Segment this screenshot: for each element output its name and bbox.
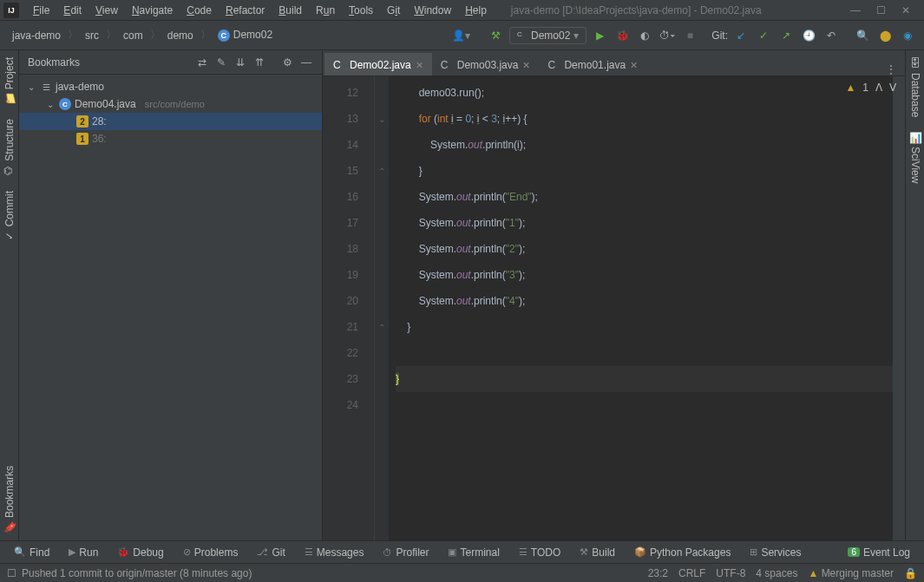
menu-edit[interactable]: Edit: [56, 3, 88, 18]
add-config-icon[interactable]: 👤▾: [452, 26, 471, 45]
services-tool[interactable]: ⊞Services: [743, 545, 808, 560]
menu-code[interactable]: Code: [180, 3, 219, 18]
git-label: Git:: [711, 29, 728, 42]
menu-window[interactable]: Window: [407, 3, 458, 18]
tab-demo01[interactable]: C Demo01.java ✕: [539, 53, 646, 75]
debug-tool[interactable]: 🐞Debug: [110, 545, 170, 560]
mnemonic-badge: 2: [76, 115, 88, 128]
crumb-src[interactable]: src: [80, 28, 104, 43]
next-highlight-icon[interactable]: ᐯ: [889, 82, 896, 94]
tab-demo02[interactable]: C Demo02.java ✕: [324, 53, 432, 75]
build-hammer-icon[interactable]: ⚒: [487, 26, 506, 45]
crumb-project[interactable]: java-demo: [7, 28, 66, 43]
close-icon[interactable]: ✕: [630, 60, 638, 71]
profiler-tool[interactable]: ⏱Profiler: [376, 545, 436, 560]
run-button[interactable]: ▶: [590, 26, 609, 45]
commit-tool-tab[interactable]: ✓Commit: [2, 184, 17, 249]
fold-gutter[interactable]: ⌄ ⌃ ⌃: [375, 76, 389, 540]
code-content[interactable]: demo03.run(); for (int i = 0; i < 3; i++…: [389, 76, 893, 540]
crumb-demo[interactable]: demo: [162, 28, 199, 43]
inspection-widget[interactable]: ▲ 1 ᐱ ᐯ: [845, 82, 896, 94]
panel-edit-icon[interactable]: ✎: [214, 56, 228, 69]
git-rollback-icon[interactable]: ↶: [822, 26, 841, 45]
todo-tool[interactable]: ☰TODO: [512, 545, 567, 560]
editor-body[interactable]: ▲ 1 ᐱ ᐯ 121314 151617 181920 212223 24 ⌄…: [323, 76, 905, 540]
tree-root[interactable]: ⌄ ☰ java-demo: [19, 78, 322, 95]
coverage-button[interactable]: ◐: [635, 26, 654, 45]
lock-icon[interactable]: 🔒: [904, 567, 917, 579]
terminal-tool[interactable]: ▣Terminal: [441, 545, 506, 560]
menu-help[interactable]: Help: [458, 3, 494, 18]
bookmark-item-2[interactable]: 1 36:: [19, 130, 322, 147]
prev-highlight-icon[interactable]: ᐱ: [875, 82, 882, 94]
bookmark-item-1[interactable]: 2 28:: [19, 113, 322, 130]
crumb-com[interactable]: com: [118, 28, 148, 43]
stop-button[interactable]: ■: [680, 26, 699, 45]
ide-settings-icon[interactable]: ⬤: [875, 26, 895, 45]
right-tool-stripe: 🗄Database 📊SciView: [905, 50, 924, 540]
panel-hide-icon[interactable]: —: [299, 56, 313, 69]
file-encoding[interactable]: UTF-8: [716, 567, 745, 579]
git-update-icon[interactable]: ↙: [731, 26, 750, 45]
tree-file[interactable]: ⌄ C Demo04.java src/com/demo: [19, 95, 322, 113]
tabs-more-icon[interactable]: ⋮: [877, 63, 905, 75]
panel-expand-icon[interactable]: ⇊: [233, 56, 247, 69]
line-separator[interactable]: CRLF: [678, 567, 705, 579]
menu-build[interactable]: Build: [272, 3, 309, 18]
code-with-me-icon[interactable]: ◉: [898, 26, 917, 45]
tab-demo03[interactable]: C Demo03.java ✕: [432, 53, 540, 75]
indent-setting[interactable]: 4 spaces: [756, 567, 797, 579]
list-icon: ☰: [40, 81, 52, 93]
menu-navigate[interactable]: Navigate: [125, 3, 180, 18]
python-packages-tool[interactable]: 📦Python Packages: [627, 545, 737, 560]
git-history-icon[interactable]: 🕘: [799, 26, 818, 45]
git-branch-widget[interactable]: ▲ Merging master: [808, 567, 894, 579]
project-tool-tab[interactable]: 📁Project: [2, 50, 17, 112]
crumb-class[interactable]: CDemo02: [213, 27, 278, 43]
caret-position[interactable]: 23:2: [648, 567, 668, 579]
sciview-tool-tab[interactable]: 📊SciView: [908, 124, 923, 190]
problems-tool[interactable]: ⊘Problems: [176, 545, 246, 560]
search-everywhere-icon[interactable]: 🔍: [853, 26, 872, 45]
toggle-tool-windows-icon[interactable]: ☐: [7, 567, 16, 579]
fold-end-icon[interactable]: ⌃: [375, 314, 389, 340]
editor-scrollbar[interactable]: [893, 76, 905, 540]
bottom-tool-bar: 🔍Find ▶Run 🐞Debug ⊘Problems ⎇Git ☰Messag…: [0, 540, 924, 563]
run-tool[interactable]: ▶Run: [62, 545, 105, 560]
bookmarks-tree: ⌄ ☰ java-demo ⌄ C Demo04.java src/com/de…: [19, 75, 322, 151]
maximize-button[interactable]: ☐: [876, 4, 886, 16]
panel-settings-icon[interactable]: ⚙: [280, 56, 294, 69]
close-icon[interactable]: ✕: [522, 60, 530, 71]
menu-tools[interactable]: Tools: [342, 3, 380, 18]
git-commit-icon[interactable]: ✓: [754, 26, 773, 45]
status-bar: ☐ Pushed 1 commit to origin/master (8 mi…: [0, 563, 924, 582]
fold-end-icon[interactable]: ⌃: [375, 158, 389, 184]
git-tool[interactable]: ⎇Git: [250, 545, 292, 560]
profile-button[interactable]: ⏱▾: [658, 26, 677, 45]
minimize-button[interactable]: —: [850, 4, 861, 16]
git-push-icon[interactable]: ↗: [777, 26, 796, 45]
menu-refactor[interactable]: Refactor: [219, 3, 272, 18]
menu-run[interactable]: Run: [309, 3, 342, 18]
run-config-selector[interactable]: C Demo02 ▾: [509, 27, 587, 44]
breadcrumb: java-demo〉 src〉 com〉 demo〉 CDemo02: [0, 27, 285, 43]
menu-file[interactable]: File: [26, 3, 56, 18]
debug-button[interactable]: 🐞: [613, 26, 632, 45]
close-icon[interactable]: ✕: [416, 60, 423, 71]
find-tool[interactable]: 🔍Find: [7, 545, 56, 560]
menu-git[interactable]: Git: [380, 3, 407, 18]
database-tool-tab[interactable]: 🗄Database: [908, 50, 923, 124]
panel-filter-icon[interactable]: ⇄: [195, 56, 209, 69]
structure-tool-tab[interactable]: ⌬Structure: [2, 112, 17, 184]
mnemonic-badge: 1: [76, 133, 88, 145]
event-log-tool[interactable]: 6Event Log: [841, 545, 917, 560]
panel-collapse-icon[interactable]: ⇈: [252, 56, 266, 69]
build-tool[interactable]: ⚒Build: [573, 545, 622, 560]
messages-tool[interactable]: ☰Messages: [298, 545, 371, 560]
line-number-gutter[interactable]: 121314 151617 181920 212223 24: [323, 76, 375, 540]
bookmarks-tool-tab[interactable]: 🔖Bookmarks: [2, 459, 17, 540]
fold-region-icon[interactable]: ⌄: [375, 106, 389, 132]
navigation-toolbar: java-demo〉 src〉 com〉 demo〉 CDemo02 👤▾ ⚒ …: [0, 21, 924, 50]
menu-view[interactable]: View: [88, 3, 125, 18]
close-button[interactable]: ✕: [901, 4, 910, 16]
